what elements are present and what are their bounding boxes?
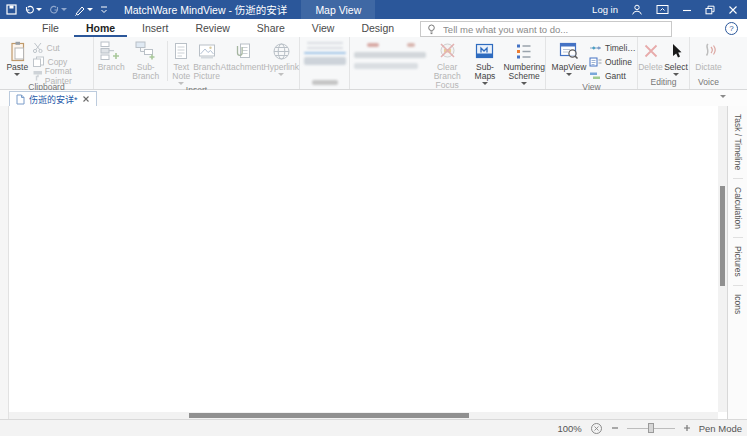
tab-strip-dropdown-icon[interactable] — [720, 95, 726, 98]
dropdown-icon — [87, 8, 93, 11]
dropdown-icon — [482, 82, 488, 85]
sub-branch-label: Sub-Branch — [126, 63, 165, 81]
hyperlink-button: Hyperlink — [264, 39, 299, 76]
tab-home[interactable]: Home — [74, 19, 127, 37]
numbering-scheme-button[interactable]: Numbering Scheme — [503, 39, 545, 85]
zoom-slider[interactable] — [627, 422, 675, 434]
view-group: MapView Timeli… — [546, 37, 638, 89]
voice-group-label: Voice — [690, 77, 727, 89]
view-mode-tab[interactable]: Map View — [301, 0, 375, 19]
clipboard-small-buttons: Cut Copy Format Pain — [32, 39, 94, 82]
sub-branch-icon — [135, 40, 157, 62]
tab-view[interactable]: View — [300, 19, 347, 37]
title-bar: MatchWare MindView - 伤逝的安详 Map View Log … — [0, 0, 747, 19]
pen-mode-button[interactable] — [74, 4, 93, 16]
paste-button[interactable]: Paste — [3, 39, 32, 76]
tell-me-input[interactable] — [441, 23, 665, 36]
sub-branch-button: Sub-Branch — [126, 39, 165, 81]
attachment-label: Attachment — [221, 63, 264, 72]
tell-me-box[interactable] — [420, 21, 672, 37]
tab-close-icon[interactable] — [82, 95, 90, 103]
select-button[interactable]: Select — [663, 39, 689, 76]
sidetab-task-timeline[interactable]: Task / Timeline — [733, 106, 743, 178]
redacted-content — [354, 63, 418, 69]
dropdown-icon — [36, 8, 42, 11]
document-tab[interactable]: 伤逝的安详* — [9, 91, 97, 107]
dropdown-icon — [61, 8, 67, 11]
login-link[interactable]: Log in — [592, 4, 618, 15]
sub-maps-button[interactable]: Sub-Maps — [467, 39, 504, 85]
clear-branch-focus-button: Clear Branch Focus — [428, 39, 467, 90]
zoom-out-icon[interactable] — [611, 424, 619, 432]
tab-insert[interactable]: Insert — [130, 19, 180, 37]
editing-group: Delete Select Editing — [638, 37, 690, 89]
redacted-content — [307, 47, 343, 49]
outline-icon — [589, 57, 602, 67]
delete-label: Delete — [638, 63, 663, 72]
zoom-in-icon[interactable] — [683, 424, 691, 432]
horizontal-scrollbar-thumb[interactable] — [189, 413, 469, 418]
tab-review[interactable]: Review — [183, 19, 241, 37]
quick-access-toolbar — [6, 4, 108, 16]
sub-maps-icon — [475, 40, 494, 62]
redacted-content — [367, 43, 379, 47]
select-label: Select — [664, 63, 688, 72]
dropdown-icon — [278, 73, 284, 76]
mapview-button[interactable]: MapView — [549, 39, 589, 76]
redacted-content — [307, 42, 343, 44]
branch-label: Branch — [98, 63, 125, 72]
tab-design[interactable]: Design — [349, 19, 406, 37]
view-small-buttons: Timeli… Outline — [589, 39, 636, 82]
login-person-icon[interactable] — [631, 4, 643, 15]
numbering-scheme-label: Numbering Scheme — [503, 63, 545, 81]
dropdown-icon — [673, 73, 679, 76]
format-painter-icon — [32, 70, 42, 81]
close-icon[interactable] — [728, 5, 738, 15]
divider — [167, 41, 168, 81]
vertical-scrollbar[interactable] — [718, 106, 727, 412]
delete-icon — [643, 40, 659, 62]
pen-mode-label[interactable]: Pen Mode — [699, 423, 742, 434]
timeline-button[interactable]: Timeli… — [589, 41, 636, 54]
restore-icon[interactable] — [705, 5, 715, 15]
gantt-button[interactable]: Gantt — [589, 69, 636, 82]
branch-button: Branch — [96, 39, 126, 72]
help-icon[interactable]: ? — [725, 22, 738, 35]
zoom-level: 100% — [557, 423, 581, 434]
clear-branch-focus-icon — [438, 40, 457, 62]
sub-maps-label: Sub-Maps — [467, 63, 504, 81]
save-button[interactable] — [6, 4, 17, 15]
cut-button: Cut — [32, 41, 94, 54]
text-note-label: Text Note — [170, 63, 193, 81]
mindview-window: MatchWare MindView - 伤逝的安详 Map View Log … — [0, 0, 747, 436]
undo-icon — [24, 5, 35, 15]
detail-group: Clear Branch Focus Sub-Maps — [350, 37, 546, 89]
sidetab-calculation[interactable]: Calculation — [733, 178, 743, 237]
status-bar: 100% Pen Mode — [0, 419, 747, 436]
dictate-label: Dictate — [695, 63, 721, 72]
redo-icon — [49, 5, 60, 15]
text-note-icon — [174, 40, 188, 62]
horizontal-scrollbar[interactable] — [9, 412, 718, 419]
gantt-icon — [589, 71, 602, 81]
lightbulb-icon — [427, 24, 436, 35]
sidetab-icons[interactable]: Icons — [733, 285, 743, 322]
minimize-icon[interactable] — [682, 5, 692, 15]
attachment-button: Attachment — [221, 39, 264, 72]
sidetab-pictures[interactable]: Pictures — [733, 237, 743, 285]
dropdown-icon — [566, 73, 572, 76]
ribbon-display-options-icon[interactable] — [656, 4, 669, 15]
customize-qat-button[interactable] — [100, 5, 108, 14]
branch-picture-button: Branch Picture — [193, 39, 221, 81]
undo-button[interactable] — [24, 5, 42, 15]
outline-button[interactable]: Outline — [589, 55, 636, 68]
mapview-label: MapView — [552, 63, 587, 72]
tab-file[interactable]: File — [30, 19, 71, 37]
zoom-fit-icon[interactable] — [590, 422, 603, 435]
redacted-content — [304, 52, 346, 54]
tab-share[interactable]: Share — [245, 19, 297, 37]
vertical-scrollbar-thumb[interactable] — [720, 186, 725, 286]
map-canvas[interactable] — [9, 106, 718, 412]
format-painter-button: Format Painter — [32, 69, 94, 82]
zoom-slider-thumb[interactable] — [648, 423, 654, 433]
